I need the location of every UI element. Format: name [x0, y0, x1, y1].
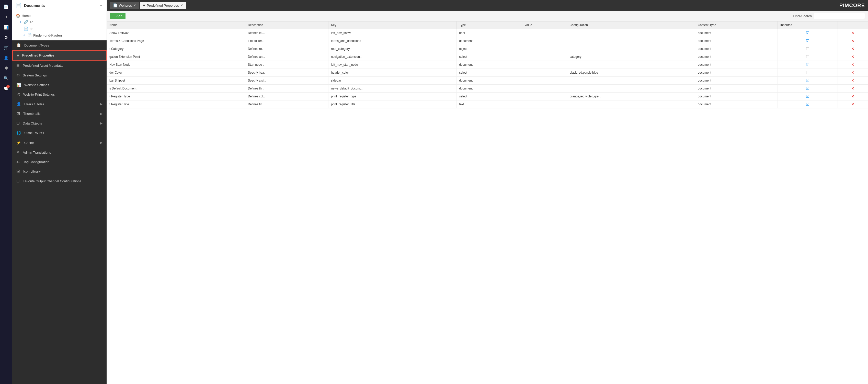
cell-description: Defines th...: [245, 85, 328, 93]
menu-item-system-settings[interactable]: ⚙ System Settings: [12, 70, 106, 80]
tab-weiteres-close[interactable]: ✕: [133, 4, 136, 7]
static-routes-icon: 🌐: [17, 131, 21, 135]
delete-icon[interactable]: ✕: [851, 62, 855, 67]
col-type: Type: [457, 22, 522, 29]
cell-delete[interactable]: ✕: [838, 61, 868, 69]
menu-item-data-objects[interactable]: ⬡ Data Objects ▶: [12, 118, 106, 128]
cell-delete[interactable]: ✕: [838, 69, 868, 77]
inherited-cell: ☑: [777, 37, 838, 45]
cell-configuration: black,red,purple,blue: [567, 69, 695, 77]
tree-item-de[interactable]: – 📄 de: [12, 25, 106, 32]
menu-item-users-roles[interactable]: 👤 Users / Roles ▶: [12, 99, 106, 109]
delete-icon[interactable]: ✕: [851, 102, 855, 106]
table-row: Show LeftNav Defines if l... left_nav_sh…: [107, 29, 868, 37]
cell-delete[interactable]: ✕: [838, 85, 868, 93]
cell-delete[interactable]: ✕: [838, 77, 868, 85]
cell-description: Defines an...: [245, 53, 328, 61]
cell-delete[interactable]: ✕: [838, 45, 868, 53]
analytics-icon[interactable]: 📊: [2, 23, 11, 32]
check-icon: ☑: [806, 31, 809, 35]
cell-delete[interactable]: ✕: [838, 29, 868, 37]
tree-item-en[interactable]: + 🔗 en: [12, 19, 106, 25]
users-icon[interactable]: 👤: [2, 53, 11, 62]
link-icon: 🔗: [24, 20, 28, 24]
menu-item-icon-library[interactable]: 🏛 Icon Library: [12, 167, 106, 176]
assets-icon[interactable]: ✦: [2, 12, 11, 22]
panel-arrow-icon: →: [99, 3, 103, 8]
cell-configuration: [567, 61, 695, 69]
cell-description: Defines col...: [245, 93, 328, 100]
menu-item-cache[interactable]: ⚡ Cache ▶: [12, 138, 106, 148]
delete-icon[interactable]: ✕: [851, 55, 855, 59]
add-icon: +: [20, 20, 22, 24]
check-icon: ☑: [806, 62, 809, 67]
icon-sidebar: 📄 ✦ 📊 ⚙ 🛒 👤 ✱ 🔍 💬 2: [0, 0, 12, 384]
menu-item-web-to-print[interactable]: 🖨 Web-to-Print Settings: [12, 90, 106, 99]
panel-title: Documents: [24, 3, 96, 8]
right-area: 📄 Weiteres ✕ ≡ Predefined Properties ✕ P…: [107, 0, 868, 384]
cell-value: [522, 29, 567, 37]
settings-icon[interactable]: ⚙: [2, 33, 11, 42]
cell-value: [522, 61, 567, 69]
cell-configuration: [567, 100, 695, 109]
delete-icon[interactable]: ✕: [851, 94, 855, 98]
menu-item-thumbnails[interactable]: 🖼 Thumbnails ▶: [12, 109, 106, 118]
menu-item-static-routes[interactable]: 🌐 Static Routes: [12, 128, 106, 138]
search-icon[interactable]: 🔍: [2, 73, 11, 83]
menu-item-label: Web-to-Print Settings: [23, 93, 102, 96]
menu-item-document-types[interactable]: 📋 Document Types: [12, 40, 106, 50]
add-button[interactable]: + Add: [110, 13, 125, 19]
menu-item-predefined-properties[interactable]: ≡ Predefined Properties: [12, 50, 106, 61]
cell-delete[interactable]: ✕: [838, 100, 868, 109]
documents-icon[interactable]: 📄: [2, 2, 11, 11]
menu-item-label: Tag Configuration: [23, 160, 102, 164]
menu-item-tag-configuration[interactable]: 🏷 Tag Configuration: [12, 157, 106, 167]
cell-name: Terms & Conditions Page: [107, 37, 245, 45]
filter-input[interactable]: [814, 13, 865, 19]
delete-icon[interactable]: ✕: [851, 47, 855, 51]
delete-icon[interactable]: ✕: [851, 39, 855, 43]
cell-configuration: category: [567, 53, 695, 61]
menu-item-favorite-output[interactable]: ⊞ Favorite Output Channel Configurations: [12, 176, 106, 186]
menu-item-label: System Settings: [23, 73, 102, 77]
panel-header: 📄 Documents →: [12, 0, 106, 11]
menu-item-predefined-asset-metadata[interactable]: ⊞ Predefined Asset Metadata: [12, 61, 106, 70]
col-description: Description: [245, 22, 328, 29]
delete-icon[interactable]: ✕: [851, 31, 855, 35]
cell-delete[interactable]: ✕: [838, 37, 868, 45]
website-settings-icon: 📊: [17, 83, 21, 87]
cell-content-type: document: [695, 100, 777, 109]
delete-icon[interactable]: ✕: [851, 70, 855, 75]
inherited-cell: ☑: [777, 100, 838, 109]
top-bar: 📄 Weiteres ✕ ≡ Predefined Properties ✕ P…: [107, 0, 868, 11]
cell-delete[interactable]: ✕: [838, 53, 868, 61]
tree-item-home[interactable]: 🏠 Home: [12, 12, 106, 19]
cell-configuration: [567, 45, 695, 53]
menu-item-label: Favorite Output Channel Configurations: [23, 179, 102, 183]
system-settings-icon: ⚙: [17, 73, 20, 78]
menu-item-website-settings[interactable]: 📊 Website Settings: [12, 80, 106, 90]
cell-content-type: document: [695, 61, 777, 69]
tree-item-finden[interactable]: + 📄 Finden-und-Kaufen: [12, 32, 106, 39]
inherited-cell: ☑: [777, 61, 838, 69]
cell-name: Show LeftNav: [107, 29, 245, 37]
tab-predefined-close[interactable]: ✕: [181, 4, 183, 7]
tab-weiteres[interactable]: 📄 Weiteres ✕: [110, 2, 139, 9]
admin-translations-icon: ✕: [17, 150, 20, 155]
delete-icon[interactable]: ✕: [851, 86, 855, 90]
cell-type: document: [457, 37, 522, 45]
uncheck-icon: ☐: [806, 47, 809, 51]
home-icon: 🏠: [16, 13, 20, 18]
menu-item-label: Thumbnails: [23, 112, 97, 116]
ecommerce-icon[interactable]: 🛒: [2, 43, 11, 52]
workflow-icon[interactable]: ✱: [2, 63, 11, 72]
menu-item-admin-translations[interactable]: ✕ Admin Translations: [12, 148, 106, 157]
cell-delete[interactable]: ✕: [838, 93, 868, 100]
chat-icon[interactable]: 💬 2: [2, 84, 11, 93]
table-row: s Default Document Defines th... news_de…: [107, 85, 868, 93]
tree-item-label: Home: [22, 14, 31, 18]
tab-predefined-properties[interactable]: ≡ Predefined Properties ✕: [140, 2, 186, 9]
delete-icon[interactable]: ✕: [851, 78, 855, 83]
table-row: Terms & Conditions Page Link to Ter... t…: [107, 37, 868, 45]
properties-table-container: Name Description Key Type Value Configur…: [107, 22, 868, 384]
